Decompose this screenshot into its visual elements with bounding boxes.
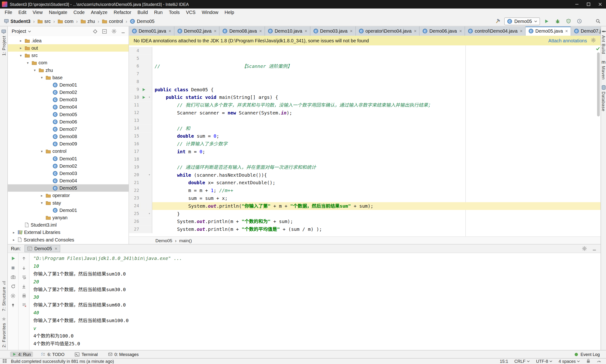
toolwindow-button-event-log[interactable]: Event Log [572,351,602,357]
maximize-button[interactable] [583,0,594,9]
scroll-to-end-button[interactable] [21,283,27,289]
tree-item-demo08[interactable]: CDemo08 [8,133,129,140]
menu-file[interactable]: File [2,9,15,16]
code-line-4[interactable]: 4 [129,47,601,55]
code-line-26[interactable]: 26 System.out.println(m + "个数的和为" + sum)… [129,218,601,225]
gauge-toggle-button[interactable] [597,359,602,364]
code-line-8[interactable]: 8 [129,78,601,86]
run-with-coverage-button[interactable] [564,17,573,25]
fold-marker-icon[interactable]: ▾ [149,171,150,179]
breadcrumb-control[interactable]: control [101,18,124,24]
chevron-down-icon[interactable]: ▾ [19,53,23,57]
breadcrumb-demo05[interactable]: CDemo05 [129,18,155,24]
menu-edit[interactable]: Edit [15,9,30,16]
toolwindow-button-maven[interactable]: mMaven [601,57,606,82]
chevron-right-icon[interactable]: ▸ [19,46,23,50]
breadcrumb-zhu[interactable]: zhu [80,18,96,24]
run-config-combo[interactable]: CDemo05 [504,17,540,25]
breadcrumb-student3[interactable]: Student3 [3,18,31,24]
tab-operator-demo04-java[interactable]: Coperator\Demo04.java× [356,26,420,36]
code-line-16[interactable]: 16 // 计算输入了多少数字 [129,140,601,148]
settings-button[interactable] [111,28,117,34]
code-line-6[interactable]: 6// 【Scanner 进阶案例】 [129,63,601,70]
code-line-20[interactable]: 20▾ while (scanner.hasNextDouble()){ [129,171,601,179]
close-tab-icon[interactable]: × [168,28,171,34]
menu-build[interactable]: Build [135,9,151,16]
settings-button[interactable] [10,293,16,299]
code-editor[interactable]: 456// 【Scanner 进阶案例】789public class Demo… [129,45,601,236]
tab-demo05-java[interactable]: CDemo05.java× [526,26,571,36]
run-button[interactable] [542,17,551,25]
settings-button[interactable] [581,246,587,252]
toolwindow-switcher-icon[interactable] [2,359,7,363]
close-button[interactable] [594,0,606,9]
tree-item-demo01[interactable]: CDemo01 [8,207,129,214]
menu-code[interactable]: Code [70,9,88,16]
tree-item-out[interactable]: ▸out [8,44,129,52]
tree-item-demo02[interactable]: CDemo02 [8,162,129,169]
menu-vcs[interactable]: VCS [183,9,199,16]
chevron-right-icon[interactable]: ▸ [19,39,23,42]
tab-demo06-java[interactable]: CDemo06.java× [420,26,465,36]
project-panel-title[interactable]: Project [12,29,26,34]
run-tab[interactable]: Demo05× [25,245,60,252]
chevron-down-icon[interactable]: ▾ [40,149,44,153]
dump-threads-button[interactable] [10,274,16,280]
code-line-25[interactable]: 25▾ } [129,210,601,218]
tab-demo02-java[interactable]: CDemo02.java× [174,26,220,36]
tab-demo10-java[interactable]: CDemo10.java× [265,26,310,36]
code-line-21[interactable]: 21 double x= scanner.nextDouble(); [129,179,601,187]
menu-help[interactable]: Help [221,9,237,16]
tree-item-base[interactable]: ▾base [8,74,129,81]
locate-button[interactable] [92,28,98,34]
chevron-right-icon[interactable]: ▸ [12,238,16,242]
tab-demo03-java[interactable]: CDemo03.java× [310,26,356,36]
chevron-down-icon[interactable]: ▾ [40,201,44,205]
code-line-7[interactable]: 7 [129,70,601,78]
tree-item-zhu[interactable]: ▾zhu [8,66,129,74]
tree-item-demo03[interactable]: CDemo03 [8,96,129,103]
tree-item-stay[interactable]: ▾stay [8,199,129,207]
close-tab-icon[interactable]: × [414,28,417,34]
close-tab-icon[interactable]: × [350,28,353,34]
notification-settings-icon[interactable] [591,37,596,42]
tab-demo01-java[interactable]: CDemo01.java× [129,26,174,36]
close-tab-icon[interactable]: × [55,246,57,251]
attach-annotations-link[interactable]: Attach annotations [549,38,587,43]
tree-item-operator[interactable]: ▸operator [8,192,129,199]
breadcrumb-com[interactable]: com [57,18,74,24]
restart-button[interactable] [10,283,16,289]
tree-item-scratches-and-consoles[interactable]: ▸Scratches and Consoles [8,236,129,243]
code-line-14[interactable]: 14 // 和 [129,125,601,132]
close-tab-icon[interactable]: × [304,28,307,34]
project-view-caret-icon[interactable] [28,29,31,34]
hide-button[interactable] [120,28,126,34]
chevron-down-icon[interactable]: ▾ [33,68,37,72]
toolwindow-button-2-favorites[interactable]: 2: Favorites [1,314,6,350]
inspections-status-icon[interactable] [596,46,600,52]
editor-breadcrumb-main[interactable]: main() [179,238,192,243]
close-tab-icon[interactable]: × [259,28,262,34]
toolwindow-button-database[interactable]: Database [601,82,606,114]
fold-marker-icon[interactable]: ▾ [149,210,150,218]
menu-view[interactable]: View [30,9,46,16]
run-line-icon[interactable] [141,86,147,94]
chevron-right-icon[interactable]: ▸ [40,194,44,197]
code-line-17[interactable]: 17 int m = 0; [129,148,601,156]
close-tab-icon[interactable]: × [565,28,568,34]
file-encoding-widget[interactable]: UTF-8 [536,359,552,364]
build-project-button[interactable] [493,17,502,25]
close-tab-icon[interactable]: × [214,28,217,34]
tree-item-demo04[interactable]: CDemo04 [8,103,129,110]
fold-marker-icon[interactable]: ▾ [149,93,150,101]
search-everywhere-button[interactable] [594,17,602,25]
up-stack-trace-button[interactable] [21,255,27,261]
toolwindow-button-6-todo[interactable]: 6: TODO [39,351,67,357]
tree-item-demo04[interactable]: CDemo04 [8,177,129,184]
code-line-15[interactable]: 15 double sum = 0; [129,132,601,140]
code-line-24[interactable]: 24 System.out.println("你输入了第" + m + "个数据… [129,202,601,210]
lock-toggle-button[interactable] [586,359,590,364]
menu-analyze[interactable]: Analyze [88,9,110,16]
menu-refactor[interactable]: Refactor [110,9,135,16]
tree-item-demo05[interactable]: CDemo05 [8,111,129,118]
